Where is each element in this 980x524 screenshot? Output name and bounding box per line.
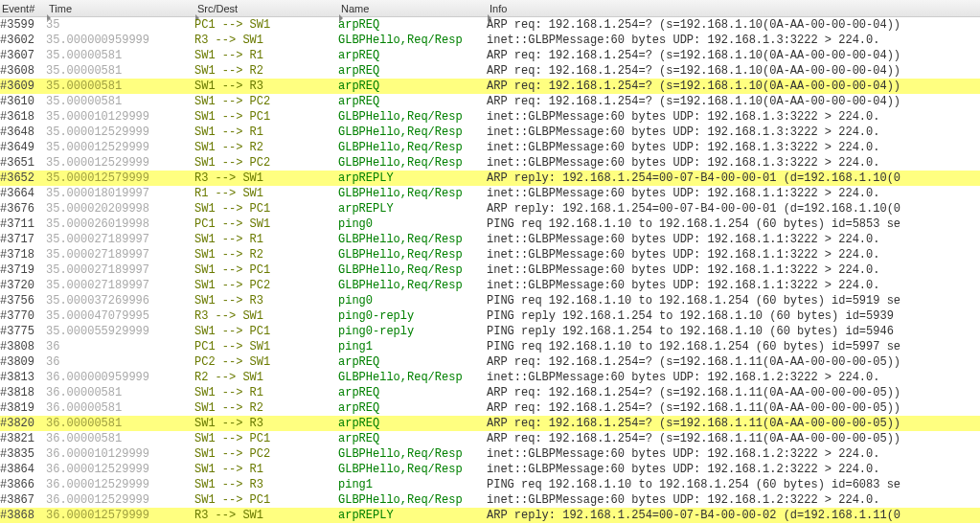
- cell-name: GLBPHello,Req/Resp: [338, 186, 487, 201]
- cell-time: 36.000012529999: [46, 492, 194, 508]
- table-row[interactable]: #381336.000000959999R2 --> SW1GLBPHello,…: [0, 370, 980, 385]
- cell-info: ARP req: 192.168.1.254=? (s=192.168.1.10…: [487, 79, 980, 94]
- cell-event: #3651: [0, 155, 46, 171]
- cell-event: #3609: [0, 79, 46, 94]
- cell-sd: R3 --> SW1: [194, 308, 338, 324]
- col-event-header[interactable]: Event#: [0, 0, 34, 17]
- cell-name: arpREQ: [338, 385, 487, 400]
- table-row[interactable]: #381936.00000581SW1 --> R2arpREQARP req:…: [0, 400, 980, 416]
- cell-event: #3821: [0, 431, 46, 446]
- table-row[interactable]: #371935.000027189997SW1 --> PC1GLBPHello…: [0, 262, 980, 278]
- cell-event: #3756: [0, 293, 46, 308]
- table-row[interactable]: #371735.000027189997SW1 --> R1GLBPHello,…: [0, 232, 980, 247]
- cell-sd: SW1 --> R3: [194, 293, 338, 308]
- table-row[interactable]: #367635.000020209998SW1 --> PC1arpREPLYA…: [0, 201, 980, 216]
- table-row[interactable]: #375635.000037269996SW1 --> R3ping0PING …: [0, 293, 980, 308]
- cell-event: #3664: [0, 186, 46, 201]
- cell-sd: PC1 --> SW1: [194, 216, 338, 232]
- table-row[interactable]: #381836.00000581SW1 --> R1arpREQARP req:…: [0, 385, 980, 400]
- cell-time: 35.000027189997: [46, 232, 194, 247]
- cell-name: arpREQ: [338, 416, 487, 431]
- cell-event: #3720: [0, 278, 46, 293]
- table-row[interactable]: #361035.00000581SW1 --> PC2arpREQARP req…: [0, 94, 980, 109]
- cell-info: inet::GLBPMessage:60 bytes UDP: 192.168.…: [487, 247, 980, 262]
- cell-name: ping0-reply: [338, 324, 487, 339]
- cell-info: inet::GLBPMessage:60 bytes UDP: 192.168.…: [487, 262, 980, 278]
- cell-sd: PC1 --> SW1: [194, 17, 338, 33]
- table-row[interactable]: #386736.000012529999SW1 --> PC1GLBPHello…: [0, 492, 980, 508]
- cell-sd: SW1 --> PC1: [194, 109, 338, 125]
- cell-time: 36.000000959999: [46, 370, 194, 385]
- table-row[interactable]: #371135.000026019998PC1 --> SW1ping0PING…: [0, 216, 980, 232]
- cell-sd: R1 --> SW1: [194, 186, 338, 201]
- col-info-header[interactable]: Info: [487, 0, 507, 17]
- cell-event: #3652: [0, 171, 46, 186]
- cell-sd: SW1 --> R3: [194, 79, 338, 94]
- cell-info: inet::GLBPMessage:60 bytes UDP: 192.168.…: [487, 446, 980, 462]
- cell-sd: PC2 --> SW1: [194, 354, 338, 370]
- cell-info: PING reply 192.168.1.254 to 192.168.1.10…: [487, 308, 980, 324]
- cell-sd: R2 --> SW1: [194, 370, 338, 385]
- table-row[interactable]: #382036.00000581SW1 --> R3arpREQARP req:…: [0, 416, 980, 431]
- cell-info: inet::GLBPMessage:60 bytes UDP: 192.168.…: [487, 125, 980, 140]
- table-row[interactable]: #366435.000018019997R1 --> SW1GLBPHello,…: [0, 186, 980, 201]
- col-srcdest-header[interactable]: Src/Dest: [194, 0, 238, 17]
- cell-info: ARP req: 192.168.1.254=? (s=192.168.1.10…: [487, 63, 980, 79]
- cell-event: #3835: [0, 446, 46, 462]
- table-row[interactable]: #382136.00000581SW1 --> PC1arpREQARP req…: [0, 431, 980, 446]
- cell-sd: SW1 --> R2: [194, 400, 338, 416]
- cell-time: 35.000026019998: [46, 216, 194, 232]
- table-row[interactable]: #360835.00000581SW1 --> R2arpREQARP req:…: [0, 63, 980, 79]
- table-row[interactable]: #365135.000012529999SW1 --> PC2GLBPHello…: [0, 155, 980, 171]
- table-row[interactable]: #359935PC1 --> SW1arpREQARP req: 192.168…: [0, 17, 980, 33]
- table-row[interactable]: #360235.000000959999R3 --> SW1GLBPHello,…: [0, 33, 980, 48]
- cell-info: ARP req: 192.168.1.254=? (s=192.168.1.11…: [487, 431, 980, 446]
- cell-time: 36: [46, 339, 194, 354]
- table-row[interactable]: #365235.000012579999R3 --> SW1arpREPLYAR…: [0, 171, 980, 186]
- cell-info: ARP req: 192.168.1.254=? (s=192.168.1.11…: [487, 400, 980, 416]
- cell-event: #3808: [0, 339, 46, 354]
- cell-sd: SW1 --> PC2: [194, 446, 338, 462]
- cell-event: #3866: [0, 477, 46, 492]
- table-row[interactable]: #386836.000012579999R3 --> SW1arpREPLYAR…: [0, 508, 980, 523]
- table-row[interactable]: #364835.000012529999SW1 --> R1GLBPHello,…: [0, 125, 980, 140]
- table-row[interactable]: #360935.00000581SW1 --> R3arpREQARP req:…: [0, 79, 980, 94]
- cell-name: arpREQ: [338, 48, 487, 63]
- cell-sd: R3 --> SW1: [194, 508, 338, 523]
- cell-time: 36.000010129999: [46, 446, 194, 462]
- cell-info: ARP req: 192.168.1.254=? (s=192.168.1.11…: [487, 385, 980, 400]
- col-time-header[interactable]: Time: [46, 0, 72, 17]
- cell-name: arpREPLY: [338, 201, 487, 216]
- cell-event: #3618: [0, 109, 46, 125]
- table-row[interactable]: #386436.000012529999SW1 --> R1GLBPHello,…: [0, 462, 980, 477]
- table-row[interactable]: #364935.000012529999SW1 --> R2GLBPHello,…: [0, 140, 980, 155]
- table-row[interactable]: #377035.000047079995R3 --> SW1ping0-repl…: [0, 308, 980, 324]
- cell-info: ARP req: 192.168.1.254=? (s=192.168.1.10…: [487, 48, 980, 63]
- cell-sd: SW1 --> PC1: [194, 262, 338, 278]
- table-row[interactable]: #380836PC1 --> SW1ping1PING req 192.168.…: [0, 339, 980, 354]
- table-row[interactable]: #371835.000027189997SW1 --> R2GLBPHello,…: [0, 247, 980, 262]
- cell-event: #3718: [0, 247, 46, 262]
- cell-sd: R3 --> SW1: [194, 33, 338, 48]
- cell-sd: SW1 --> R1: [194, 232, 338, 247]
- cell-sd: SW1 --> PC1: [194, 431, 338, 446]
- table-row[interactable]: #372035.000027189997SW1 --> PC2GLBPHello…: [0, 278, 980, 293]
- cell-name: arpREQ: [338, 94, 487, 109]
- table-row[interactable]: #361835.000010129999SW1 --> PC1GLBPHello…: [0, 109, 980, 125]
- table-row[interactable]: #377535.000055929999SW1 --> PC1ping0-rep…: [0, 324, 980, 339]
- table-row[interactable]: #380936PC2 --> SW1arpREQARP req: 192.168…: [0, 354, 980, 370]
- cell-event: #3813: [0, 370, 46, 385]
- table-row[interactable]: #386636.000012529999SW1 --> R3ping1PING …: [0, 477, 980, 492]
- table-header: Event# Time Src/Dest Name Info: [0, 0, 980, 17]
- cell-info: PING reply 192.168.1.254 to 192.168.1.10…: [487, 324, 980, 339]
- col-name-header[interactable]: Name: [338, 0, 369, 17]
- cell-info: inet::GLBPMessage:60 bytes UDP: 192.168.…: [487, 370, 980, 385]
- cell-name: arpREPLY: [338, 508, 487, 523]
- cell-time: 36.000012579999: [46, 508, 194, 523]
- cell-info: ARP reply: 192.168.1.254=00-07-B4-00-00-…: [487, 171, 980, 186]
- cell-name: GLBPHello,Req/Resp: [338, 33, 487, 48]
- table-row[interactable]: #360735.00000581SW1 --> R1arpREQARP req:…: [0, 48, 980, 63]
- cell-sd: SW1 --> R1: [194, 125, 338, 140]
- cell-name: GLBPHello,Req/Resp: [338, 278, 487, 293]
- table-row[interactable]: #383536.000010129999SW1 --> PC2GLBPHello…: [0, 446, 980, 462]
